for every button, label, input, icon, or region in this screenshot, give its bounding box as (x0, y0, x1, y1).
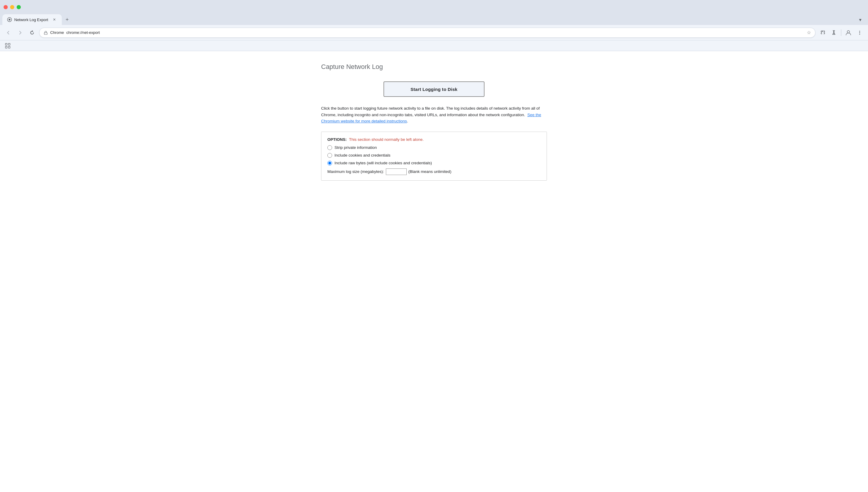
options-header: OPTIONS: This section should normally be… (327, 137, 541, 142)
svg-point-1 (8, 19, 10, 21)
tab-favicon (7, 17, 12, 22)
radio-raw-option[interactable]: Include raw bytes (will include cookies … (327, 161, 541, 166)
max-log-row: Maximum log size (megabytes): (Blank mea… (327, 169, 541, 175)
omnibox[interactable]: Chrome chrome://net-export ☆ (39, 28, 815, 38)
title-bar (0, 0, 868, 14)
start-logging-button[interactable]: Start Logging to Disk (383, 81, 485, 97)
radio-strip-label: Strip private information (334, 145, 377, 150)
tab-close-button[interactable]: ✕ (52, 17, 57, 22)
svg-rect-8 (5, 43, 7, 45)
radio-strip-input[interactable] (327, 145, 332, 150)
tab-title: Network Log Export (14, 18, 49, 22)
tab-bar: Network Log Export ✕ + ▾ (0, 14, 868, 25)
radio-raw-label: Include raw bytes (will include cookies … (334, 161, 432, 165)
description-paragraph: Click the button to start logging future… (321, 105, 547, 124)
svg-point-5 (860, 31, 860, 31)
lock-icon (44, 31, 48, 35)
address-bar: Chrome chrome://net-export ☆ (0, 25, 868, 41)
active-tab[interactable]: Network Log Export ✕ (2, 14, 62, 25)
menu-icon[interactable] (855, 28, 864, 38)
tab-bar-right: ▾ (856, 16, 864, 24)
radio-cookies-option[interactable]: Include cookies and credentials (327, 153, 541, 158)
new-tab-button[interactable]: + (63, 16, 71, 24)
extensions-puzzle-icon[interactable] (818, 28, 827, 38)
apps-grid-icon[interactable] (4, 42, 12, 50)
forward-button[interactable] (16, 28, 25, 38)
omnibox-url: chrome://net-export (66, 30, 804, 35)
radio-cookies-label: Include cookies and credentials (334, 153, 390, 157)
max-log-hint: (Blank means unlimited) (408, 169, 451, 174)
options-warning: This section should normally be left alo… (349, 137, 424, 142)
max-log-input[interactable] (386, 169, 407, 175)
svg-rect-10 (5, 46, 7, 48)
toolbar-icons (818, 28, 864, 38)
reload-button[interactable] (27, 28, 37, 38)
toolbar-divider (841, 29, 841, 36)
description-text: Click the button to start logging future… (321, 106, 540, 117)
test-tube-icon[interactable] (829, 28, 839, 38)
traffic-lights (4, 5, 21, 9)
radio-strip-option[interactable]: Strip private information (327, 145, 541, 150)
svg-point-7 (860, 33, 860, 34)
page-content: Capture Network Log Start Logging to Dis… (0, 51, 868, 492)
omnibox-site-label: Chrome (50, 30, 64, 35)
profile-icon[interactable] (844, 28, 853, 38)
bookmark-star-icon[interactable]: ☆ (807, 30, 811, 35)
max-log-label: Maximum log size (megabytes): (327, 169, 384, 174)
minimize-button[interactable] (10, 5, 14, 9)
radio-raw-input[interactable] (327, 161, 332, 166)
svg-point-6 (860, 32, 860, 33)
svg-rect-2 (44, 33, 47, 34)
period: . (407, 119, 408, 123)
page-inner: Capture Network Log Start Logging to Dis… (321, 63, 547, 181)
back-button[interactable] (4, 28, 13, 38)
radio-cookies-input[interactable] (327, 153, 332, 158)
close-button[interactable] (4, 5, 8, 9)
svg-point-4 (847, 31, 849, 33)
page-heading: Capture Network Log (321, 63, 547, 71)
maximize-button[interactable] (17, 5, 21, 9)
svg-rect-9 (8, 43, 10, 45)
options-label: OPTIONS: (327, 137, 347, 142)
options-box: OPTIONS: This section should normally be… (321, 131, 547, 181)
bookmarks-bar (0, 41, 868, 51)
svg-rect-11 (8, 46, 10, 48)
tab-strip-dropdown[interactable]: ▾ (856, 16, 864, 24)
